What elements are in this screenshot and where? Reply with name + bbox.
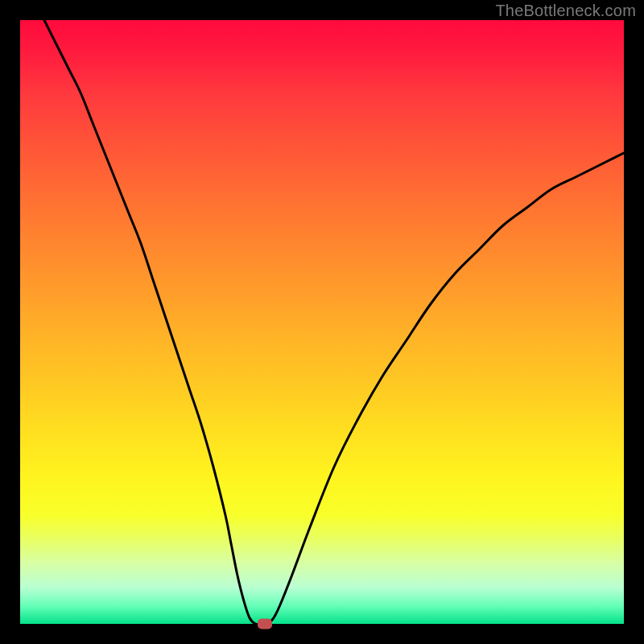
chart-frame: TheBottleneck.com	[0, 0, 644, 644]
watermark-text: TheBottleneck.com	[495, 2, 636, 20]
optimal-point-marker	[258, 619, 272, 630]
bottleneck-curve	[20, 20, 624, 624]
plot-area	[20, 20, 624, 624]
